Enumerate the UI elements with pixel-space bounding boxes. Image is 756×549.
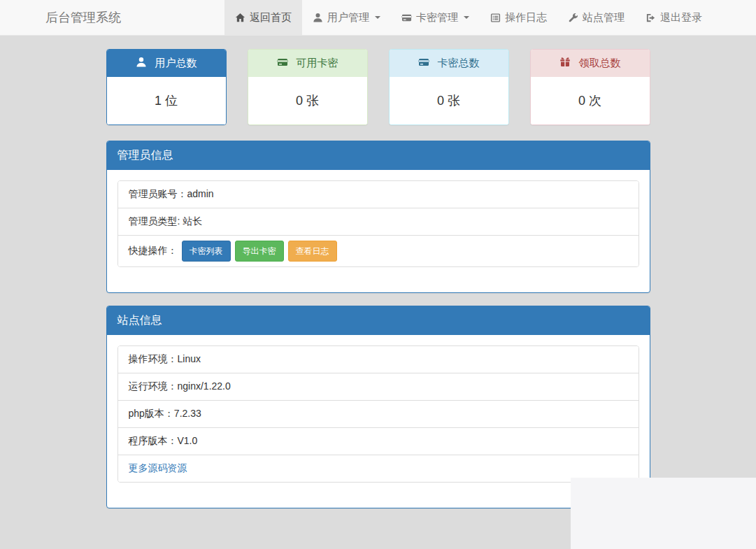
- navbar-menu: 返回首页 用户管理 卡密管理 操作日志 站点管理: [224, 0, 713, 35]
- more-resources-link[interactable]: 更多源码资源: [129, 462, 187, 475]
- nav-item-label: 退出登录: [660, 11, 702, 24]
- panel-title: 管理员信息: [107, 141, 650, 170]
- nav-item-site-management[interactable]: 站点管理: [557, 0, 635, 35]
- list-alt-icon: [490, 13, 501, 23]
- stat-card-header: 可用卡密: [248, 50, 367, 77]
- overlay-box: [571, 478, 756, 549]
- stat-card-total-users: 用户总数 1 位: [106, 49, 227, 125]
- list-item: 管理员账号：admin: [118, 181, 639, 208]
- top-navbar: 后台管理系统 返回首页 用户管理 卡密管理 操作日志: [0, 0, 756, 36]
- credit-card-icon: [401, 13, 412, 23]
- stat-card-total-cards: 卡密总数 0 张: [389, 49, 509, 125]
- stat-card-header: 领取总数: [531, 50, 650, 77]
- site-info-list: 操作环境：Linux 运行环境：nginx/1.22.0 php版本：7.2.3…: [117, 345, 639, 483]
- app-title: 后台管理系统: [45, 0, 121, 35]
- nav-item-label: 返回首页: [250, 11, 292, 24]
- list-item: 更多源码资源: [118, 455, 639, 482]
- nav-item-card-management[interactable]: 卡密管理: [391, 0, 480, 35]
- nav-item-home[interactable]: 返回首页: [224, 0, 302, 35]
- wrench-icon: [568, 13, 578, 23]
- nav-item-label: 站点管理: [583, 11, 625, 24]
- nav-item-operation-log[interactable]: 操作日志: [480, 0, 557, 35]
- export-cards-button[interactable]: 导出卡密: [235, 241, 284, 262]
- chevron-down-icon: [375, 16, 380, 19]
- panel-title: 站点信息: [107, 306, 650, 335]
- site-info-panel: 站点信息 操作环境：Linux 运行环境：nginx/1.22.0 php版本：…: [106, 306, 650, 508]
- list-item: 运行环境：nginx/1.22.0: [118, 373, 639, 401]
- credit-card-icon: [418, 57, 429, 70]
- stat-card-value: 0 张: [390, 77, 508, 124]
- panel-body: 管理员账号：admin 管理员类型: 站长 快捷操作： 卡密列表 导出卡密 查看…: [107, 170, 650, 292]
- stat-card-value: 0 次: [531, 77, 650, 124]
- credit-card-icon: [277, 57, 288, 70]
- admin-info-panel: 管理员信息 管理员账号：admin 管理员类型: 站长 快捷操作： 卡密列表 导…: [106, 141, 650, 293]
- stat-card-total-claims: 领取总数 0 次: [530, 49, 650, 125]
- admin-info-list: 管理员账号：admin 管理员类型: 站长 快捷操作： 卡密列表 导出卡密 查看…: [117, 180, 639, 267]
- stat-card-value: 1 位: [107, 77, 226, 124]
- nav-item-label: 卡密管理: [416, 11, 458, 24]
- panel-body: 操作环境：Linux 运行环境：nginx/1.22.0 php版本：7.2.3…: [107, 335, 650, 508]
- card-list-button[interactable]: 卡密列表: [182, 241, 231, 262]
- list-item: 管理员类型: 站长: [118, 208, 639, 236]
- home-icon: [235, 13, 245, 23]
- nav-item-label: 操作日志: [505, 11, 547, 24]
- stat-card-title: 领取总数: [579, 57, 621, 70]
- stat-card-available-cards: 可用卡密 0 张: [248, 49, 368, 125]
- nav-item-logout[interactable]: 退出登录: [635, 0, 713, 35]
- stats-row: 用户总数 1 位 可用卡密 0 张 卡密总数 0 张: [106, 49, 650, 125]
- list-item: php版本：7.2.33: [118, 401, 639, 428]
- quick-actions-row: 快捷操作： 卡密列表 导出卡密 查看日志: [118, 236, 639, 266]
- main-content: 用户总数 1 位 可用卡密 0 张 卡密总数 0 张: [106, 49, 650, 508]
- quick-actions-label: 快捷操作：: [129, 245, 178, 257]
- list-item: 程序版本：V1.0: [118, 428, 639, 455]
- chevron-down-icon: [464, 16, 469, 19]
- sign-out-icon: [646, 13, 656, 23]
- stat-card-header: 用户总数: [107, 50, 226, 77]
- list-item: 操作环境：Linux: [118, 346, 639, 373]
- nav-item-label: 用户管理: [327, 11, 369, 24]
- gift-icon: [559, 57, 571, 70]
- stat-card-title: 用户总数: [155, 57, 197, 70]
- user-icon: [136, 57, 147, 70]
- stat-card-header: 卡密总数: [390, 50, 508, 77]
- stat-card-value: 0 张: [248, 77, 367, 124]
- stat-card-title: 可用卡密: [297, 57, 338, 70]
- view-log-button[interactable]: 查看日志: [288, 241, 337, 262]
- stat-card-title: 卡密总数: [438, 57, 480, 70]
- user-icon: [313, 13, 323, 23]
- nav-item-user-management[interactable]: 用户管理: [302, 0, 391, 35]
